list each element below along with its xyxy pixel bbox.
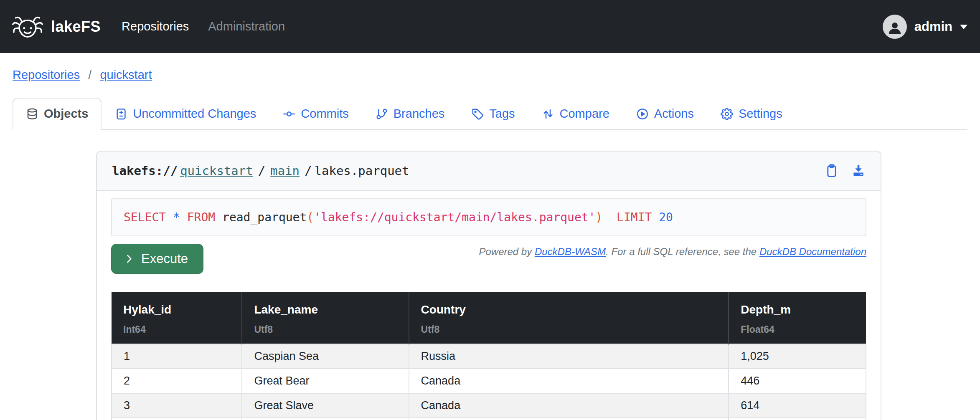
tab-settings[interactable]: Settings <box>707 98 796 130</box>
breadcrumb-quickstart[interactable]: quickstart <box>100 68 152 81</box>
powered-prefix: Powered by <box>479 246 534 257</box>
tab-label: Objects <box>44 107 88 121</box>
path-separator: / <box>305 164 312 178</box>
table-cell: 1,025 <box>729 344 866 369</box>
header-row: Hylak_idInt64Lake_nameUtf8CountryUtf8Dep… <box>112 292 866 344</box>
sql-query-editor[interactable]: SELECT * FROM read_parquet('lakefs://qui… <box>111 198 866 236</box>
results-table-body: 1Caspian SeaRussia1,0252Great BearCanada… <box>112 344 866 420</box>
database-icon <box>26 108 38 120</box>
tab-objects[interactable]: Objects <box>13 98 102 130</box>
tab-branches[interactable]: Branches <box>362 98 458 130</box>
table-cell: Canada <box>409 369 729 393</box>
navbar: lakeFS Repositories Administration admin <box>0 0 980 53</box>
diff-icon <box>115 108 127 120</box>
branch-icon <box>376 108 388 120</box>
table-cell: Canada <box>409 418 729 420</box>
tab-bar: ObjectsUncommitted ChangesCommitsBranche… <box>13 98 967 130</box>
object-path-bar: lakefs:// quickstart / main / lakes.parq… <box>97 152 881 191</box>
tab-label: Commits <box>301 107 348 121</box>
breadcrumb: Repositories / quickstart <box>13 68 967 82</box>
column-header-depth_m: Depth_mFloat64 <box>729 292 866 344</box>
tab-label: Actions <box>654 107 694 121</box>
table-cell: 1 <box>112 344 242 369</box>
axolotl-logo-icon <box>11 14 44 40</box>
card-body: SELECT * FROM read_parquet('lakefs://qui… <box>97 191 881 420</box>
results-table: Hylak_idInt64Lake_nameUtf8CountryUtf8Dep… <box>111 292 866 420</box>
nav-links: Repositories Administration <box>122 20 285 33</box>
gear-icon <box>721 108 733 120</box>
tab-label: Settings <box>739 107 782 121</box>
copy-path-button[interactable] <box>825 164 839 178</box>
play-circle-icon <box>636 108 649 120</box>
tab-uncommitted-changes[interactable]: Uncommitted Changes <box>102 98 269 130</box>
column-header-country: CountryUtf8 <box>409 292 729 344</box>
table-row: 2Great BearCanada446 <box>112 369 866 393</box>
nav-link-repositories[interactable]: Repositories <box>122 20 189 33</box>
object-viewer-card: lakefs:// quickstart / main / lakes.parq… <box>96 151 881 420</box>
brand-name: lakeFS <box>51 18 101 35</box>
tab-actions[interactable]: Actions <box>623 98 707 130</box>
breadcrumb-separator: / <box>88 68 91 81</box>
column-header-hylak_id: Hylak_idInt64 <box>112 292 242 344</box>
table-cell: 3 <box>112 393 242 418</box>
tab-label: Compare <box>560 107 609 121</box>
tab-commits[interactable]: Commits <box>269 98 362 130</box>
table-cell: Caspian Sea <box>242 344 409 369</box>
path-scheme: lakefs:// <box>112 164 178 178</box>
execute-row: Execute Powered by DuckDB-WASM. For a fu… <box>111 244 866 274</box>
nav-link-administration[interactable]: Administration <box>208 20 285 33</box>
download-button[interactable] <box>851 164 866 178</box>
duckdb-docs-link[interactable]: DuckDB Documentation <box>759 246 866 257</box>
user-name: admin <box>914 19 952 34</box>
table-cell: Winnipeg <box>242 418 409 420</box>
object-actions <box>825 164 866 178</box>
compare-icon <box>542 108 554 120</box>
tab-tags[interactable]: Tags <box>458 98 528 130</box>
table-cell: 446 <box>729 369 866 393</box>
tab-label: Tags <box>489 107 515 121</box>
path-branch-link[interactable]: main <box>270 164 300 178</box>
column-header-lake_name: Lake_nameUtf8 <box>242 292 409 344</box>
execute-button[interactable]: Execute <box>111 244 203 274</box>
table-row: 1Caspian SeaRussia1,025 <box>112 344 866 369</box>
table-row: 4WinnipegCanada36 <box>112 418 866 420</box>
path-separator: / <box>258 164 265 178</box>
powered-middle: . For a full SQL reference, see the <box>606 246 759 257</box>
breadcrumb-repositories[interactable]: Repositories <box>13 68 80 81</box>
path-repo-link[interactable]: quickstart <box>180 164 253 178</box>
chevron-right-icon <box>124 253 135 264</box>
table-row: 3Great SlaveCanada614 <box>112 393 866 418</box>
table-cell: 4 <box>112 418 242 420</box>
execute-label: Execute <box>141 251 188 266</box>
path-file-name: lakes.parquet <box>315 164 409 178</box>
tab-label: Uncommitted Changes <box>133 107 256 121</box>
table-cell: 36 <box>729 418 866 420</box>
tag-icon <box>471 108 484 120</box>
user-menu[interactable]: admin <box>883 15 967 39</box>
table-cell: Great Slave <box>242 393 409 418</box>
duckdb-wasm-link[interactable]: DuckDB-WASM <box>535 246 606 257</box>
commit-icon <box>283 108 295 120</box>
results-table-header: Hylak_idInt64Lake_nameUtf8CountryUtf8Dep… <box>112 292 866 344</box>
table-cell: Great Bear <box>242 369 409 393</box>
table-cell: Russia <box>409 344 729 369</box>
sql-query: SELECT * FROM read_parquet('lakefs://qui… <box>124 210 673 224</box>
caret-down-icon <box>960 25 967 33</box>
tab-label: Branches <box>394 107 445 121</box>
table-cell: 2 <box>112 369 242 393</box>
brand-link[interactable]: lakeFS <box>11 14 101 40</box>
powered-by-note: Powered by DuckDB-WASM. For a full SQL r… <box>479 246 866 258</box>
table-cell: Canada <box>409 393 729 418</box>
table-cell: 614 <box>729 393 866 418</box>
avatar <box>883 15 907 39</box>
tab-compare[interactable]: Compare <box>528 98 623 130</box>
